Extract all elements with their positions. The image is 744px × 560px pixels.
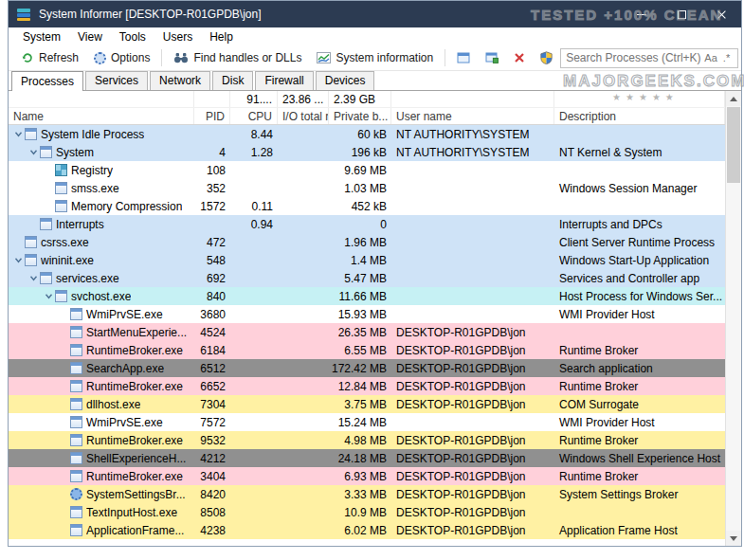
tab-firewall[interactable]: Firewall [255, 71, 313, 90]
io-cell [278, 341, 329, 359]
description-cell [554, 161, 725, 179]
tab-devices[interactable]: Devices [316, 71, 375, 90]
system-information-button[interactable]: System information [309, 47, 441, 68]
name-cell: svchost.exe [9, 287, 194, 305]
app-window-icon [40, 146, 52, 158]
table-row[interactable]: RuntimeBroker.exe 6184 6.55 MB DESKTOP-R… [9, 341, 725, 359]
description-cell: Services and Controller app [554, 269, 725, 287]
expand-chevron-icon[interactable] [43, 292, 55, 300]
elevate-button[interactable] [533, 47, 560, 68]
io-cell [278, 125, 329, 143]
table-row[interactable]: Registry 108 9.69 MB [9, 161, 725, 179]
process-name: WmiPrvSE.exe [86, 308, 163, 321]
pid-cell: 692 [194, 269, 230, 287]
process-name: Memory Compression [71, 200, 182, 213]
expand-chevron-icon[interactable] [12, 130, 25, 138]
expand-chevron-icon[interactable] [12, 256, 25, 264]
menu-help[interactable]: Help [201, 27, 242, 45]
name-cell: WmiPrvSE.exe [9, 413, 194, 431]
user-name-cell [391, 287, 554, 305]
table-row[interactable]: dllhost.exe 7304 3.75 MB DESKTOP-R01GPDB… [9, 395, 725, 413]
table-row[interactable]: svchost.exe 840 11.66 MB Host Process fo… [9, 287, 725, 305]
io-cell [278, 161, 329, 179]
regex-toggle[interactable]: .* [720, 52, 733, 63]
tab-disk[interactable]: Disk [212, 71, 253, 90]
table-row[interactable]: ApplicationFrame... 4238 6.02 MB DESKTOP… [9, 521, 725, 539]
io-cell [278, 287, 329, 305]
menu-users[interactable]: Users [154, 27, 201, 45]
menu-tools[interactable]: Tools [111, 27, 154, 45]
table-row[interactable]: StartMenuExperie... 4524 26.35 MB DESKTO… [9, 323, 725, 341]
expand-chevron-icon[interactable] [27, 148, 40, 156]
name-cell: wininit.exe [9, 251, 194, 269]
table-row[interactable]: RuntimeBroker.exe 3404 6.93 MB DESKTOP-R… [9, 467, 725, 485]
delete-button[interactable] [506, 48, 533, 67]
table-row[interactable]: RuntimeBroker.exe 9532 4.98 MB DESKTOP-R… [9, 431, 725, 449]
new-window-button[interactable] [478, 48, 506, 67]
table-row[interactable]: TextInputHost.exe 8508 10.9 MB DESKTOP-R… [9, 503, 725, 521]
tab-services[interactable]: Services [85, 71, 148, 90]
column-header-pid[interactable]: PID [194, 108, 230, 124]
tab-processes[interactable]: Processes [11, 71, 83, 91]
expand-chevron-icon[interactable] [27, 274, 40, 282]
name-cell: ApplicationFrame... [9, 521, 194, 539]
find-handles-button[interactable]: Find handles or DLLs [166, 47, 309, 68]
cpu-cell [230, 467, 278, 485]
tab-network[interactable]: Network [150, 71, 210, 90]
vertical-scrollbar[interactable] [725, 91, 741, 546]
process-name: RuntimeBroker.exe [86, 380, 183, 393]
column-header-private-bytes[interactable]: Private b... [329, 108, 391, 124]
column-header-user-name[interactable]: User name [391, 108, 554, 124]
refresh-button[interactable]: Refresh [13, 47, 86, 68]
table-row[interactable]: WmiPrvSE.exe 7572 15.24 MB WMI Provider … [9, 413, 725, 431]
table-row[interactable]: csrss.exe 472 1.96 MB Client Server Runt… [9, 233, 725, 251]
process-name: smss.exe [71, 182, 119, 195]
private-bytes-cell: 6.02 MB [329, 521, 391, 539]
scroll-thumb[interactable] [727, 107, 740, 183]
options-button[interactable]: Options [86, 47, 157, 68]
window-button[interactable] [449, 48, 478, 67]
menu-system[interactable]: System [14, 27, 69, 45]
name-cell: StartMenuExperie... [9, 323, 194, 341]
table-row[interactable]: Interrupts 0.94 0 Interrupts and DPCs [9, 215, 725, 233]
app-window-icon [70, 362, 82, 374]
process-name: svchost.exe [71, 290, 131, 303]
column-header-cpu[interactable]: CPU [230, 108, 278, 124]
table-row[interactable]: System Idle Process 8.44 60 kB NT AUTHOR… [9, 125, 725, 143]
table-row[interactable]: RuntimeBroker.exe 6652 12.84 MB DESKTOP-… [9, 377, 725, 395]
io-cell [278, 143, 329, 161]
arrow-up-icon [730, 97, 737, 101]
maximize-button[interactable] [662, 1, 701, 27]
table-row[interactable]: WmiPrvSE.exe 3680 15.93 MB WMI Provider … [9, 305, 725, 323]
table-row[interactable]: Memory Compression 1572 0.11 452 kB [9, 197, 725, 215]
pid-cell: 9532 [194, 431, 230, 449]
io-cell [278, 359, 329, 377]
cpu-cell [230, 233, 278, 251]
scroll-down-button[interactable] [726, 531, 741, 546]
table-row[interactable]: SearchApp.exe 6512 172.42 MB DESKTOP-R01… [9, 359, 725, 377]
scroll-up-button[interactable] [726, 91, 741, 106]
description-cell: Runtime Broker [554, 467, 725, 485]
name-cell: WmiPrvSE.exe [9, 305, 194, 323]
minimize-button[interactable] [622, 1, 662, 27]
close-button[interactable] [701, 1, 741, 27]
cpu-cell: 1.28 [230, 143, 278, 161]
menu-view[interactable]: View [69, 27, 111, 45]
column-header-description[interactable]: Description [554, 108, 725, 124]
table-row[interactable]: services.exe 692 5.47 MB Services and Co… [9, 269, 725, 287]
table-row[interactable]: smss.exe 352 1.03 MB Windows Session Man… [9, 179, 725, 197]
app-window-icon [70, 452, 82, 464]
match-case-toggle[interactable]: Aa [701, 52, 719, 63]
io-cell [278, 431, 329, 449]
table-row[interactable]: wininit.exe 548 1.4 MB Windows Start-Up … [9, 251, 725, 269]
name-cell: RuntimeBroker.exe [9, 377, 194, 395]
column-header-name[interactable]: Name [9, 108, 194, 124]
pid-cell: 8508 [194, 503, 230, 521]
search-input[interactable] [566, 51, 701, 64]
table-row[interactable]: System 4 1.28 196 kB NT AUTHORITY\SYSTEM… [9, 143, 725, 161]
column-header-io[interactable]: I/O total r... [278, 108, 329, 124]
maximize-icon [678, 10, 686, 19]
table-row[interactable]: ShellExperienceH... 4212 24.18 MB DESKTO… [9, 449, 725, 467]
table-row[interactable]: SystemSettingsBr... 8420 3.33 MB DESKTOP… [9, 485, 725, 503]
header-names-row: Name PID CPU I/O total r... Private b...… [9, 108, 725, 125]
